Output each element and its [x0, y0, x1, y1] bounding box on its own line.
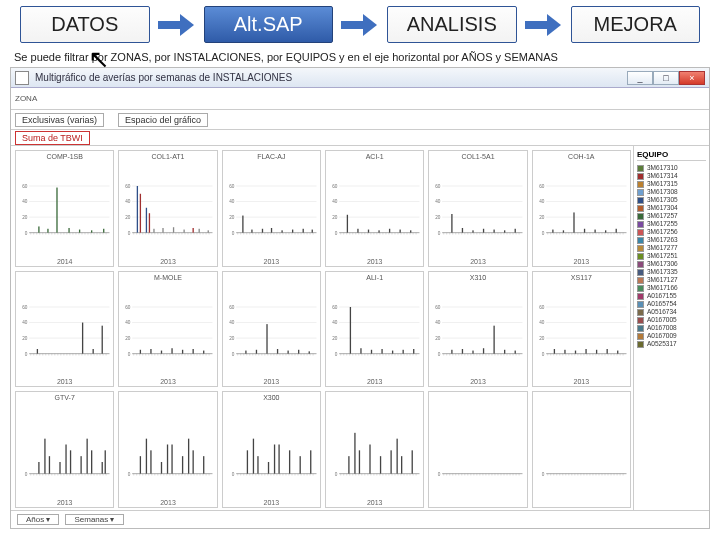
svg-rect-311 — [203, 350, 204, 353]
svg-rect-592 — [289, 451, 290, 474]
svg-text:40: 40 — [539, 320, 545, 325]
chart-year: 2013 — [225, 378, 318, 386]
legend-item[interactable]: A0167155 — [637, 292, 706, 300]
svg-rect-57 — [163, 228, 164, 233]
filter-bar: ZONA — [11, 88, 709, 110]
legend-item[interactable]: A0165754 — [637, 300, 706, 308]
legend-item[interactable]: 3M617263 — [637, 236, 706, 244]
svg-rect-227 — [584, 229, 585, 233]
svg-rect-475 — [575, 350, 576, 353]
years-selector[interactable]: Años ▾ — [17, 514, 59, 525]
svg-rect-99 — [261, 229, 262, 233]
legend-swatch — [637, 245, 644, 252]
svg-text:20: 20 — [435, 215, 441, 220]
minimize-button[interactable]: _ — [627, 71, 653, 85]
svg-rect-228 — [594, 230, 595, 233]
svg-rect-100 — [271, 228, 272, 233]
legend-swatch — [637, 261, 644, 268]
legend-item[interactable]: 3M617310 — [637, 164, 706, 172]
svg-rect-61 — [208, 230, 209, 232]
svg-rect-634 — [396, 439, 397, 474]
svg-rect-310 — [193, 349, 194, 354]
legend-item[interactable]: 3M617308 — [637, 188, 706, 196]
legend-swatch — [637, 189, 644, 196]
svg-text:60: 60 — [125, 184, 131, 189]
svg-rect-432 — [462, 349, 463, 354]
legend-item[interactable]: 3M617304 — [637, 204, 706, 212]
legend-item[interactable]: A0167009 — [637, 332, 706, 340]
legend-label: A0167155 — [647, 292, 677, 300]
legend-item[interactable]: 3M617166 — [637, 284, 706, 292]
svg-text:40: 40 — [22, 320, 28, 325]
svg-rect-629 — [380, 456, 381, 473]
legend-item[interactable]: 3M617315 — [637, 180, 706, 188]
chart-year: 2013 — [121, 499, 214, 507]
filter-bar-2: Exclusivas (varias) Espacio del gráfico — [11, 110, 709, 130]
legend-item[interactable]: A0167008 — [637, 324, 706, 332]
svg-rect-550 — [151, 451, 152, 474]
svg-text:0: 0 — [541, 351, 544, 356]
svg-rect-473 — [553, 349, 554, 354]
mini-chart: GTV-702013 — [15, 391, 114, 508]
mini-chart: XS11702040602013 — [532, 271, 631, 388]
legend-item[interactable]: 3M617314 — [637, 172, 706, 180]
svg-text:60: 60 — [435, 184, 441, 189]
legend-label: 3M617305 — [647, 196, 678, 204]
chart-title: XS117 — [535, 274, 628, 282]
legend-item[interactable]: 3M617305 — [637, 196, 706, 204]
app-icon — [15, 71, 29, 85]
svg-text:0: 0 — [438, 351, 441, 356]
legend-item[interactable]: 3M617255 — [637, 220, 706, 228]
legend-item[interactable]: A0525317 — [637, 340, 706, 348]
legend-item[interactable]: 3M617256 — [637, 228, 706, 236]
close-button[interactable]: × — [679, 71, 705, 85]
svg-rect-305 — [140, 349, 141, 353]
legend-item[interactable]: A0516734 — [637, 308, 706, 316]
legend-item[interactable]: 3M617306 — [637, 260, 706, 268]
legend-label: 3M617335 — [647, 268, 678, 276]
legend-item[interactable]: 3M617251 — [637, 252, 706, 260]
svg-rect-142 — [368, 230, 369, 233]
svg-rect-350 — [277, 349, 278, 354]
legend-swatch — [637, 253, 644, 260]
mini-chart: X30002013 — [222, 391, 321, 508]
svg-text:60: 60 — [22, 305, 28, 310]
legend-item[interactable]: 3M617277 — [637, 244, 706, 252]
legend-item[interactable]: A0167005 — [637, 316, 706, 324]
svg-rect-558 — [188, 439, 189, 474]
mini-chart: 0 — [532, 391, 631, 508]
legend-label: A0167005 — [647, 316, 677, 324]
svg-text:20: 20 — [435, 336, 441, 341]
legend-item[interactable]: 3M617335 — [637, 268, 706, 276]
svg-rect-435 — [494, 325, 495, 353]
mini-chart: COMP-1SB02040602014 — [15, 150, 114, 267]
svg-rect-590 — [268, 462, 269, 474]
maximize-button[interactable]: □ — [653, 71, 679, 85]
chart-title: COL1-5A1 — [431, 153, 524, 161]
svg-text:0: 0 — [541, 231, 544, 236]
svg-text:40: 40 — [539, 199, 545, 204]
weeks-selector[interactable]: Semanas ▾ — [65, 514, 123, 525]
svg-text:40: 40 — [125, 199, 131, 204]
svg-rect-229 — [605, 230, 606, 232]
svg-rect-509 — [38, 462, 39, 474]
legend-item[interactable]: 3M617127 — [637, 276, 706, 284]
legend-swatch — [637, 341, 644, 348]
legend-item[interactable]: 3M617257 — [637, 212, 706, 220]
chart-year: 2013 — [225, 499, 318, 507]
svg-rect-515 — [102, 462, 103, 474]
chart-title: COH-1A — [535, 153, 628, 161]
filter-exclusivas[interactable]: Exclusivas (varias) — [15, 113, 104, 127]
chart-year: 2013 — [431, 378, 524, 386]
chart-title — [225, 274, 318, 282]
mini-chart: COL1-5A102040602013 — [428, 150, 527, 267]
filter-sum-tbwi[interactable]: Suma de TBWI — [15, 131, 90, 145]
svg-rect-433 — [473, 350, 474, 353]
svg-rect-104 — [311, 230, 312, 233]
svg-rect-143 — [378, 230, 379, 232]
filter-bar-3: Suma de TBWI — [11, 130, 709, 146]
svg-rect-15 — [103, 229, 104, 233]
legend-swatch — [637, 325, 644, 332]
svg-rect-476 — [585, 349, 586, 354]
bottom-bar: Años ▾ Semanas ▾ — [11, 510, 709, 528]
